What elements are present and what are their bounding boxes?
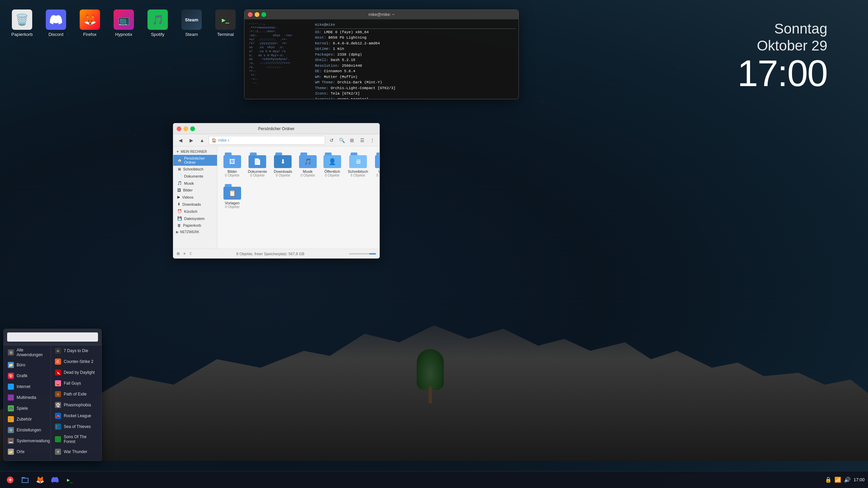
fm-bilder-icon: 🖼 xyxy=(177,188,181,192)
app-menu-game-poe[interactable]: ⚔ Path of Exile xyxy=(51,389,101,400)
taskbar-filemanager-button[interactable] xyxy=(18,473,32,487)
steam-icon: Steam xyxy=(181,9,202,30)
desktop-icon-hypnotix[interactable]: 📺 Hypnotix xyxy=(108,7,139,40)
app-menu-item-multimedia[interactable]: 🎵 Multimedia xyxy=(4,392,51,403)
app-menu-game-rocketleague[interactable]: 🚗 Rocket League xyxy=(51,410,101,421)
fm-back-button[interactable]: ◀ xyxy=(176,136,185,145)
taskbar-system-icons: 🔒 📶 🔊 xyxy=(825,476,851,483)
fm-folder-videos[interactable]: ▶ Videos 0 Objekte xyxy=(373,150,379,179)
fm-folder-offentlich[interactable]: 👤 Öffentlich 0 Objekte xyxy=(321,150,343,179)
fm-scrollbar[interactable] xyxy=(349,253,376,255)
fm-folder-musik-icon: 🎵 xyxy=(299,152,317,168)
fm-sidebar-item-papierkorb[interactable]: 🗑 Papierkorb xyxy=(173,222,217,229)
terminal-close-button[interactable] xyxy=(248,12,253,17)
fm-folder-downloads-icon: ⬇ xyxy=(274,152,292,168)
sonsoftheforest-icon: 🌲 xyxy=(55,436,61,442)
fm-sidebar-item-personal[interactable]: 🏠 Persönlicher Ordner xyxy=(173,155,217,166)
fm-sidebar-item-kuerzlich[interactable]: ⏰ Kürzlich xyxy=(173,208,217,215)
taskbar-discord-button[interactable] xyxy=(48,473,62,487)
fm-sidebar-item-dateisystem[interactable]: 💾 Dateisystem xyxy=(173,215,217,222)
app-menu-game-warthunder[interactable]: ✈ War Thunder xyxy=(51,446,101,457)
phasmo-icon: 👻 xyxy=(55,402,61,408)
app-menu-item-zubehor[interactable]: 🔧 Zubehör xyxy=(4,414,51,425)
fm-forward-button[interactable]: ▶ xyxy=(187,136,196,145)
fm-menu-button[interactable]: ⋮ xyxy=(368,136,377,145)
firefox-icon: 🦊 xyxy=(80,9,100,30)
grafik-label: Grafik xyxy=(17,373,27,378)
fm-folder-schreibtisch[interactable]: 🖥 Schreibtisch 6 Objekte xyxy=(346,150,370,179)
fm-folder-offentlich-count: 0 Objekte xyxy=(325,174,339,177)
terminal-maximize-button[interactable] xyxy=(261,12,266,17)
app-menu-item-internet[interactable]: 🌐 Internet xyxy=(4,381,51,392)
fm-sidebar-item-downloads[interactable]: ⬇ Downloads xyxy=(173,201,217,208)
seaofthieves-icon: 🏴 xyxy=(55,424,61,430)
systemverwaltung-label: Systemverwaltung xyxy=(17,439,50,443)
fm-folder-downloads[interactable]: ⬇ Downloads 9 Objekte xyxy=(272,150,294,179)
fm-titlebar: Persönlicher Ordner xyxy=(173,123,379,134)
app-menu-item-einstellungen[interactable]: ⚙ Einstellungen xyxy=(4,425,51,435)
desktop-icon-terminal[interactable]: ▶_ Terminal xyxy=(210,7,241,40)
desktop-icon-discord[interactable]: Discord xyxy=(41,7,71,40)
app-search-input[interactable] xyxy=(7,332,98,342)
fm-search-button[interactable]: 🔍 xyxy=(337,136,346,145)
fm-folder-musik[interactable]: 🎵 Musik 0 Objekte xyxy=(297,150,319,179)
app-menu-item-buro[interactable]: 📁 Büro xyxy=(4,360,51,370)
fm-sidebar: ▼ Mein Rechner 🏠 Persönlicher Ordner 🖥 S… xyxy=(173,146,217,249)
fm-downloads-label: Downloads xyxy=(182,202,201,206)
app-menu-item-grafik[interactable]: 🎨 Grafik xyxy=(4,370,51,381)
fm-folder-dokumente[interactable]: 📄 Dokumente 0 Objekte xyxy=(246,150,269,179)
fm-breadcrumb: 🏠 mike › xyxy=(209,136,325,145)
dbd-icon: 🔪 xyxy=(55,369,61,375)
fm-toolbar-right: ↺ 🔍 ⊞ ☰ ⋮ xyxy=(327,136,377,145)
app-menu-item-orte[interactable]: 📂 Orte xyxy=(4,446,51,457)
fm-view-icon-button[interactable]: ⊞ xyxy=(348,136,356,145)
fm-personal-icon: 🏠 xyxy=(177,158,182,163)
terminal-user: mike@mike xyxy=(315,23,335,27)
fm-sidebar-item-videos[interactable]: ▶ Videos xyxy=(173,194,217,201)
fm-statusbar-icons: ⊞ ≡ ℰ xyxy=(177,251,192,256)
warthunder-label: War Thunder xyxy=(64,449,87,454)
desktop-icon-firefox[interactable]: 🦊 Firefox xyxy=(75,7,105,40)
app-menu-game-seaofthieves[interactable]: 🏴 Sea of Thieves xyxy=(51,421,101,432)
fm-papierkorb-icon: 🗑 xyxy=(177,223,181,227)
terminal-minimize-button[interactable] xyxy=(255,12,259,17)
fm-statusbar: ⊞ ≡ ℰ 8 Objekte, freier Speicherplatz: 5… xyxy=(173,249,379,258)
fm-view-list-button[interactable]: ☰ xyxy=(358,136,367,145)
app-menu-game-cs2[interactable]: 🎯 Counter-Strike 2 xyxy=(51,356,101,367)
app-menu-item-spiele[interactable]: 🎮 Spiele xyxy=(4,403,51,414)
fm-refresh-button[interactable]: ↺ xyxy=(327,136,336,145)
app-menu-item-systemverwaltung[interactable]: 💻 Systemverwaltung xyxy=(4,435,51,446)
fm-sidebar-item-musik[interactable]: 🎵 Musik xyxy=(173,180,217,187)
fm-folder-vorlagen-count: 0 Objekte xyxy=(225,205,240,209)
terminal-title: mike@mike: ~ xyxy=(369,12,395,17)
app-menu-game-dbd[interactable]: 🔪 Dead by Daylight xyxy=(51,367,101,378)
fm-bilder-label: Bilder xyxy=(183,188,193,192)
app-menu-game-phasmo[interactable]: 👻 Phasmophobia xyxy=(51,400,101,410)
app-menu-item-all[interactable]: ⊞ Alle Anwendungen xyxy=(4,345,51,360)
fm-folder-vorlagen[interactable]: 📋 Vorlagen 0 Objekte xyxy=(221,182,243,211)
taskbar-terminal-button[interactable]: ▶_ xyxy=(63,473,77,487)
taskbar-firefox-button[interactable]: 🦊 xyxy=(33,473,47,487)
desktop-icon-spotify[interactable]: 🎵 Spotify xyxy=(142,7,173,40)
fallguys-label: Fall Guys xyxy=(64,381,81,386)
terminal-window: mike@mike: ~ .-::--..., .++++oooosssoo:.… xyxy=(244,9,519,99)
filemanager-window: Persönlicher Ordner ◀ ▶ ▲ 🏠 mike › ↺ 🔍 ⊞… xyxy=(173,123,380,259)
fm-folder-musik-count: 0 Objekte xyxy=(300,174,315,177)
fm-close-button[interactable] xyxy=(177,126,181,131)
taskbar-time: 17:00 xyxy=(853,477,865,482)
fm-sidebar-item-bilder[interactable]: 🖼 Bilder xyxy=(173,187,217,194)
desktop-icon-papierkorb[interactable]: 🗑️ Papierkorb xyxy=(7,7,37,40)
app-menu-game-sonsoftheforest[interactable]: 🌲 Sons Of The Forest xyxy=(51,432,101,446)
desktop-icon-steam[interactable]: Steam Steam xyxy=(176,7,207,40)
fm-sidebar-item-schreibtisch[interactable]: 🖥 Schreibtisch xyxy=(173,166,217,172)
fm-up-button[interactable]: ▲ xyxy=(198,136,206,145)
fm-breadcrumb-arrow: › xyxy=(228,138,229,143)
app-menu-game-fallguys[interactable]: 🎪 Fall Guys xyxy=(51,378,101,389)
taskbar-menu-button[interactable] xyxy=(3,473,17,487)
app-menu-game-7days[interactable]: ☠ 7 Days to Die xyxy=(51,345,101,356)
fm-sidebar-item-dokumente[interactable]: 📄 Dokumente xyxy=(173,172,217,180)
terminal-sysinfo: mike@mike OS: LMDE 6 (faye) x86_64 Host:… xyxy=(312,19,518,99)
fm-maximize-button[interactable] xyxy=(190,126,195,131)
fm-minimize-button[interactable] xyxy=(183,126,188,131)
fm-folder-bilder[interactable]: 🖼 Bilder 0 Objekte xyxy=(221,150,243,179)
